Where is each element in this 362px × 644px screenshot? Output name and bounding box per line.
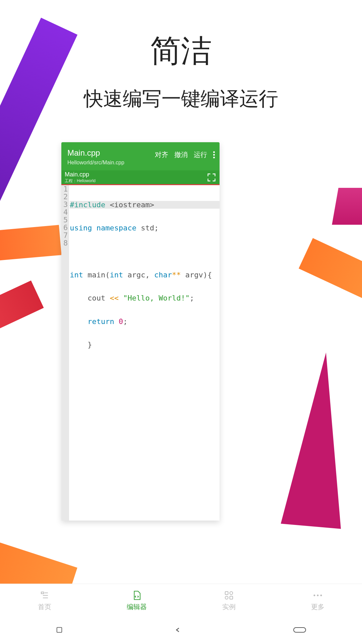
editor-filename: Main.cpp bbox=[67, 148, 124, 158]
code-line: int main(int argc, char** argv){ bbox=[70, 271, 220, 279]
svg-rect-7 bbox=[230, 596, 233, 599]
editor-header: Main.cpp Helloworld/src/Main.cpp 对齐 撤消 运… bbox=[61, 142, 220, 170]
code-area[interactable]: 1 2 3 4 5 6 7 8 #include <iostream> usin… bbox=[61, 185, 220, 521]
nav-home[interactable]: 首页 bbox=[38, 590, 51, 611]
code-line bbox=[70, 364, 220, 372]
hero-section: 简洁 快速编写一键编译运行 bbox=[0, 0, 362, 112]
svg-point-10 bbox=[320, 595, 322, 596]
code-file-icon bbox=[132, 590, 142, 601]
svg-point-9 bbox=[317, 595, 318, 596]
run-button[interactable]: 运行 bbox=[194, 150, 207, 159]
code-line: } bbox=[70, 341, 220, 348]
align-button[interactable]: 对齐 bbox=[155, 150, 168, 159]
home-button[interactable] bbox=[293, 626, 306, 635]
editor-filepath: Helloworld/src/Main.cpp bbox=[67, 160, 124, 166]
nav-examples[interactable]: 实例 bbox=[222, 590, 236, 611]
nav-label: 实例 bbox=[222, 602, 236, 611]
nav-editor[interactable]: 编辑器 bbox=[127, 590, 147, 611]
editor-card: Main.cpp Helloworld/src/Main.cpp 对齐 撤消 运… bbox=[61, 142, 220, 521]
code-line: return 0; bbox=[70, 318, 220, 325]
decor-red-left bbox=[0, 280, 44, 333]
hero-title: 简洁 bbox=[0, 30, 362, 72]
editor-tab-bar: Main.cpp 工程：Helloworld bbox=[61, 170, 220, 185]
hero-subtitle: 快速编写一键编译运行 bbox=[0, 86, 362, 112]
grid-icon bbox=[224, 590, 234, 601]
svg-rect-12 bbox=[294, 628, 306, 632]
nav-more[interactable]: 更多 bbox=[311, 590, 324, 611]
svg-rect-6 bbox=[225, 596, 228, 599]
home-icon bbox=[40, 590, 50, 601]
decor-magenta-triangle bbox=[281, 350, 356, 529]
svg-point-8 bbox=[313, 595, 315, 596]
code-line bbox=[70, 248, 220, 255]
svg-rect-11 bbox=[57, 628, 62, 633]
nav-label: 编辑器 bbox=[127, 602, 147, 611]
back-button[interactable] bbox=[174, 626, 182, 635]
decor-orange-right bbox=[299, 238, 362, 306]
system-nav-bar bbox=[0, 617, 362, 644]
recent-apps-button[interactable] bbox=[56, 626, 63, 635]
decor-pink-right bbox=[332, 188, 362, 225]
line-number-gutter: 1 2 3 4 5 6 7 8 bbox=[61, 185, 69, 521]
undo-button[interactable]: 撤消 bbox=[174, 150, 188, 159]
overflow-menu-icon[interactable] bbox=[213, 151, 215, 158]
expand-icon[interactable] bbox=[207, 173, 216, 182]
svg-rect-5 bbox=[230, 592, 233, 595]
decor-orange-left bbox=[0, 225, 62, 262]
code-line: cout << "Hello, World!"; bbox=[70, 294, 220, 302]
bottom-nav: 首页 编辑器 实例 更多 bbox=[0, 584, 362, 617]
code-content[interactable]: #include <iostream> using namespace std;… bbox=[69, 185, 220, 521]
tab-filename[interactable]: Main.cpp bbox=[65, 171, 96, 178]
tab-project-label: 工程：Helloworld bbox=[65, 178, 96, 184]
svg-rect-0 bbox=[41, 592, 44, 594]
nav-label: 更多 bbox=[311, 602, 324, 611]
code-line: #include <iostream> bbox=[70, 201, 220, 209]
svg-rect-4 bbox=[225, 592, 228, 595]
more-icon bbox=[313, 590, 323, 601]
nav-label: 首页 bbox=[38, 602, 51, 611]
code-line: using namespace std; bbox=[70, 224, 220, 232]
